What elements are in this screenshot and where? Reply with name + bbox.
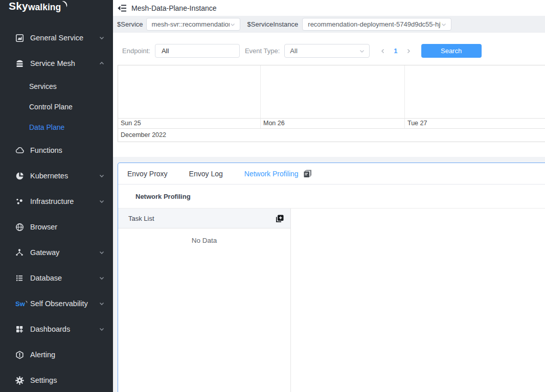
task-list-title: Task List: [128, 215, 154, 222]
event-type-select-value: All: [290, 47, 297, 55]
service-instance-select[interactable]: recommendation-deployment-5749d9dc55-hjl…: [302, 18, 451, 31]
crescent-moon-icon: [61, 1, 68, 11]
events-timeline[interactable]: Sun 25 Mon 26 Tue 27 December 2022: [118, 65, 545, 142]
chart-icon: [15, 34, 26, 42]
sidebar-item-label: Alerting: [30, 351, 55, 359]
service-selector-bar: $Service mesh-svr::recommendation $Servi…: [113, 16, 545, 33]
content-area: Mesh-Data-Plane-Instance $Service mesh-s…: [113, 0, 545, 392]
chevron-down-icon: [99, 326, 105, 332]
sidebar-item-gateway[interactable]: Gateway: [0, 240, 113, 265]
service-instance-select-value: recommendation-deployment-5749d9dc55-hjl…: [308, 20, 441, 28]
previous-page-button[interactable]: [379, 47, 387, 55]
service-instance-label: $ServiceInstance: [247, 20, 299, 28]
pagination: 1: [379, 47, 412, 55]
service-select[interactable]: mesh-svr::recommendation: [146, 18, 240, 31]
new-task-button[interactable]: [275, 214, 284, 223]
tabs-bar: Envoy Proxy Envoy Log Network Profiling: [118, 163, 545, 185]
main-area: Endpoint: Event Type: All 1 Search: [113, 33, 545, 392]
chevron-down-icon: [230, 21, 236, 28]
copy-icon[interactable]: [303, 170, 312, 178]
timeline-column: [405, 65, 545, 118]
endpoint-input[interactable]: [155, 44, 240, 58]
sidebar-item-kubernetes[interactable]: Kubernetes: [0, 163, 113, 189]
chevron-down-icon: [441, 21, 447, 28]
tab-network-profiling[interactable]: Network Profiling: [244, 170, 299, 178]
sidebar-item-label: Settings: [30, 376, 57, 384]
sidebar-item-settings[interactable]: Settings: [0, 367, 113, 392]
sidebar-item-self-observability[interactable]: Sw Self Observability: [0, 291, 113, 316]
chevron-down-icon: [99, 173, 105, 179]
sidebar-item-label: Browser: [30, 223, 57, 231]
task-list-panel: Task List No Data: [118, 209, 291, 392]
timeline-month-label: December 2022: [118, 129, 545, 142]
task-list-empty-text: No Data: [118, 228, 290, 244]
dashboards-grid-icon: [15, 325, 26, 333]
task-detail-panel: [291, 209, 545, 392]
collapse-sidebar-icon[interactable]: [117, 4, 127, 12]
tab-envoy-proxy[interactable]: Envoy Proxy: [127, 170, 168, 178]
next-page-button[interactable]: [404, 47, 413, 55]
sidebar-item-label: Services: [29, 82, 57, 90]
service-label: $Service: [117, 20, 143, 28]
logo-text-walking: walking: [28, 2, 61, 13]
search-button[interactable]: Search: [421, 44, 482, 58]
sidebar-item-alerting[interactable]: Alerting: [0, 342, 113, 367]
sidebar-item-label: Database: [30, 274, 62, 282]
timeline-column: [261, 65, 405, 118]
sidebar-item-functions[interactable]: Functions: [0, 137, 113, 163]
add-task-icon: [275, 214, 284, 223]
sidebar-item-label: Dashboards: [30, 325, 70, 333]
sidebar-item-label: Service Mesh: [30, 59, 75, 67]
sidebar-item-infrastructure[interactable]: Infrastructure: [0, 189, 113, 214]
gateway-icon: [15, 248, 26, 257]
chevron-down-icon: [99, 249, 105, 256]
chevron-down-icon: [99, 198, 105, 204]
timeline-day-label: Sun 25: [118, 119, 261, 128]
sidebar-item-dashboards[interactable]: Dashboards: [0, 316, 113, 342]
page-number[interactable]: 1: [394, 47, 397, 55]
chevron-up-icon: [99, 60, 105, 66]
chevron-down-icon: [359, 48, 365, 54]
page-header: Mesh-Data-Plane-Instance: [113, 0, 545, 16]
sidebar-item-label: Gateway: [30, 248, 59, 257]
skywalking-logo[interactable]: Skywalking: [0, 0, 113, 25]
timeline-day-label: Tue 27: [405, 119, 545, 128]
sidebar-item-label: General Service: [30, 34, 83, 42]
sidebar-item-database[interactable]: Database: [0, 265, 113, 291]
timeline-day-label: Mon 26: [261, 119, 405, 128]
sidebar-item-control-plane[interactable]: Control Plane: [0, 97, 113, 117]
network-profiling-widget-title: Network Profiling: [118, 185, 545, 209]
task-list-header: Task List: [118, 209, 290, 228]
endpoint-label: Endpoint:: [122, 47, 150, 55]
event-type-label: Event Type:: [245, 47, 280, 55]
filter-row: Endpoint: Event Type: All 1 Search: [113, 33, 545, 58]
sidebar-item-label: Functions: [30, 146, 62, 154]
sidebar-item-service-mesh[interactable]: Service Mesh: [0, 51, 113, 76]
sidebar-item-label: Kubernetes: [30, 172, 68, 180]
logo-text-sky: Sky: [9, 0, 28, 12]
sidebar-item-general-service[interactable]: General Service: [0, 25, 113, 51]
timeline-day-labels: Sun 25 Mon 26 Tue 27: [118, 119, 545, 129]
chevron-down-icon: [99, 35, 105, 41]
sidebar-item-label: Infrastructure: [30, 197, 74, 205]
sidebar-item-label: Data Plane: [29, 123, 64, 131]
sidebar-item-data-plane[interactable]: Data Plane: [0, 117, 113, 137]
timeline-chart-area: [118, 65, 545, 119]
tab-envoy-log[interactable]: Envoy Log: [189, 170, 223, 178]
alert-hexagon-icon: [15, 351, 26, 359]
chevron-down-icon: [99, 301, 105, 307]
sidebar-item-browser[interactable]: Browser: [0, 214, 113, 240]
sidebar-item-label: Control Plane: [29, 103, 73, 111]
event-type-select[interactable]: All: [284, 44, 370, 58]
network-profiling-body: Task List No Data: [118, 209, 545, 392]
timeline-column: [118, 65, 261, 118]
sidebar-item-label: Self Observability: [30, 299, 88, 308]
database-icon: [15, 274, 26, 282]
cluster-dots-icon: [15, 197, 26, 205]
skywalking-sw-icon: Sw: [15, 299, 26, 308]
layers-icon: [15, 59, 26, 68]
page-title: Mesh-Data-Plane-Instance: [131, 4, 217, 12]
sidebar-item-services[interactable]: Services: [0, 76, 113, 97]
sidebar: Skywalking General Service Service Mesh …: [0, 0, 113, 392]
chevron-down-icon: [99, 275, 105, 281]
